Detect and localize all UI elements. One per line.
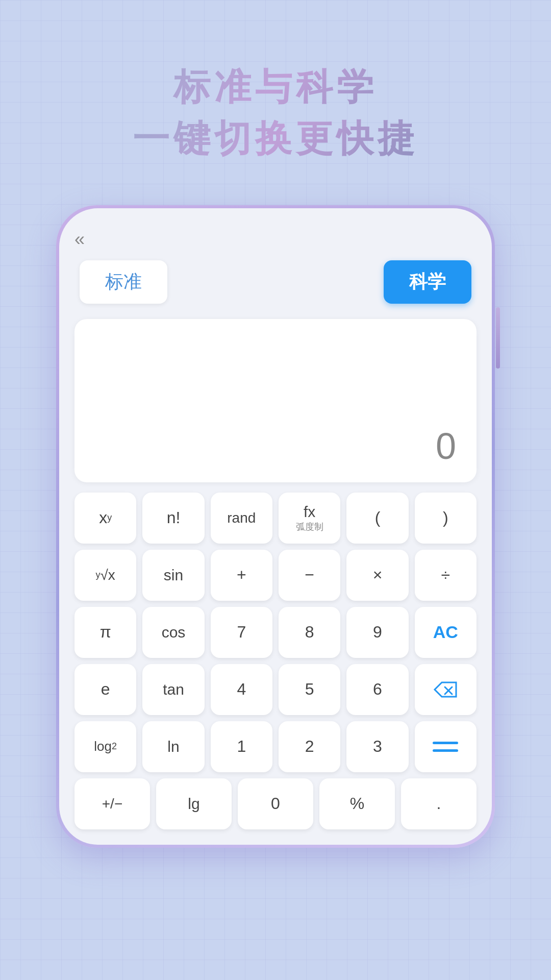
key-paren-right[interactable]: ) [415, 493, 477, 544]
key-multiply[interactable]: × [346, 550, 408, 601]
key-plus[interactable]: + [211, 550, 272, 601]
keyboard-row-6: +/− lg 0 % . [74, 778, 477, 829]
key-fx[interactable]: fx 弧度制 [279, 493, 340, 544]
headline-line1: 标准与科学 [133, 61, 418, 113]
equals-line-top [433, 742, 458, 744]
key-4[interactable]: 4 [211, 664, 272, 715]
keyboard-row-4: e tan 4 5 6 [74, 664, 477, 715]
key-1[interactable]: 1 [211, 721, 272, 772]
equals-icon [433, 742, 458, 752]
science-mode-button[interactable]: 科学 [384, 260, 471, 304]
key-ln[interactable]: ln [142, 721, 204, 772]
headline-line2: 一键切换更快捷 [133, 113, 418, 164]
key-5[interactable]: 5 [279, 664, 340, 715]
key-euler[interactable]: e [74, 664, 136, 715]
key-factorial[interactable]: n! [142, 493, 204, 544]
key-3[interactable]: 3 [346, 721, 408, 772]
backspace-icon [433, 680, 458, 699]
key-7[interactable]: 7 [211, 607, 272, 658]
keyboard-row-2: y√x sin + − × ÷ [74, 550, 477, 601]
key-2[interactable]: 2 [279, 721, 340, 772]
display-area: 0 [74, 319, 477, 482]
key-log2[interactable]: log2 [74, 721, 136, 772]
key-power[interactable]: xy [74, 493, 136, 544]
back-arrow[interactable]: « [74, 229, 477, 250]
key-cos[interactable]: cos [142, 607, 204, 658]
phone-inner: « 标准 科学 0 xy n! rand fx 弧度制 ( ) [59, 208, 492, 845]
key-backspace[interactable] [415, 664, 477, 715]
key-6[interactable]: 6 [346, 664, 408, 715]
keyboard-row-5: log2 ln 1 2 3 [74, 721, 477, 772]
key-negate[interactable]: +/− [74, 778, 150, 829]
key-divide[interactable]: ÷ [415, 550, 477, 601]
key-percent[interactable]: % [319, 778, 395, 829]
key-tan[interactable]: tan [142, 664, 204, 715]
standard-mode-button[interactable]: 标准 [80, 260, 167, 304]
keyboard: xy n! rand fx 弧度制 ( ) y√x sin + − × ÷ [74, 493, 477, 845]
key-rand[interactable]: rand [211, 493, 272, 544]
key-sin[interactable]: sin [142, 550, 204, 601]
key-ac[interactable]: AC [415, 607, 477, 658]
key-root[interactable]: y√x [74, 550, 136, 601]
key-minus[interactable]: − [279, 550, 340, 601]
key-0[interactable]: 0 [238, 778, 313, 829]
key-decimal[interactable]: . [401, 778, 477, 829]
keyboard-row-1: xy n! rand fx 弧度制 ( ) [74, 493, 477, 544]
display-value: 0 [436, 425, 456, 467]
key-lg[interactable]: lg [156, 778, 232, 829]
equals-line-bottom [433, 749, 458, 752]
key-9[interactable]: 9 [346, 607, 408, 658]
headline: 标准与科学 一键切换更快捷 [133, 61, 418, 164]
mode-buttons: 标准 科学 [74, 260, 477, 304]
scrollbar[interactable] [496, 307, 500, 369]
key-pi[interactable]: π [74, 607, 136, 658]
key-equals[interactable] [415, 721, 477, 772]
key-paren-left[interactable]: ( [346, 493, 408, 544]
keyboard-row-3: π cos 7 8 9 AC [74, 607, 477, 658]
phone-frame: « 标准 科学 0 xy n! rand fx 弧度制 ( ) [56, 205, 495, 848]
key-8[interactable]: 8 [279, 607, 340, 658]
